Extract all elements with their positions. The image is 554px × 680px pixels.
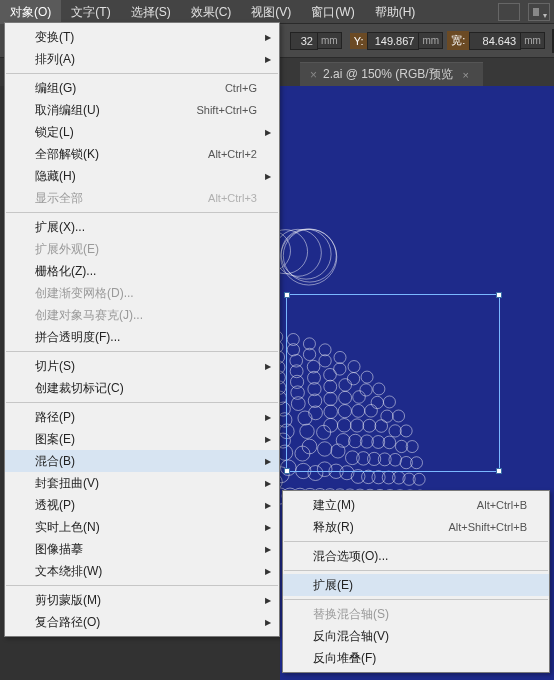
- menu-item[interactable]: 实时上色(N): [5, 516, 279, 538]
- menu-item-label: 扩展外观(E): [35, 241, 257, 258]
- menu-item-label: 复合路径(O): [35, 614, 257, 631]
- document-tab[interactable]: × 2.ai @ 150% (RGB/预览: [300, 62, 483, 86]
- handle-tl[interactable]: [284, 292, 290, 298]
- menu-item-label: 锁定(L): [35, 124, 257, 141]
- menu-effect[interactable]: 效果(C): [181, 0, 242, 24]
- menu-separator: [284, 570, 548, 571]
- menu-item[interactable]: 隐藏(H): [5, 165, 279, 187]
- menu-item[interactable]: 透视(P): [5, 494, 279, 516]
- menu-item-shortcut: Ctrl+G: [225, 82, 257, 94]
- menu-item-label: 实时上色(N): [35, 519, 257, 536]
- menu-item[interactable]: 图像描摹: [5, 538, 279, 560]
- menu-item-label: 变换(T): [35, 29, 257, 46]
- menu-item[interactable]: 图案(E): [5, 428, 279, 450]
- selection-bounds[interactable]: [286, 294, 500, 472]
- width-value[interactable]: 84.643: [469, 32, 521, 50]
- menu-item-label: 扩展(E): [313, 577, 527, 594]
- menu-item[interactable]: 取消编组(U)Shift+Ctrl+G: [5, 99, 279, 121]
- menu-item[interactable]: 释放(R)Alt+Shift+Ctrl+B: [283, 516, 549, 538]
- menu-separator: [6, 585, 278, 586]
- y-label: Y:: [350, 33, 368, 49]
- menu-item-label: 封套扭曲(V): [35, 475, 257, 492]
- menu-item[interactable]: 路径(P): [5, 406, 279, 428]
- menubar: 对象(O) 文字(T) 选择(S) 效果(C) 视图(V) 窗口(W) 帮助(H…: [0, 0, 554, 24]
- leading-value[interactable]: 32: [290, 32, 318, 50]
- svg-point-8: [280, 331, 283, 343]
- menu-item: 显示全部Alt+Ctrl+3: [5, 187, 279, 209]
- menu-item[interactable]: 变换(T): [5, 26, 279, 48]
- menu-item-shortcut: Shift+Ctrl+G: [196, 104, 257, 116]
- menu-item-label: 创建裁切标记(C): [35, 380, 257, 397]
- menu-item-shortcut: Alt+Ctrl+B: [477, 499, 527, 511]
- menu-item-shortcut: Alt+Shift+Ctrl+B: [448, 521, 527, 533]
- menu-item-label: 扩展(X)...: [35, 219, 257, 236]
- menu-item-label: 切片(S): [35, 358, 257, 375]
- arrange-docs-icon[interactable]: [528, 3, 550, 21]
- menu-item[interactable]: 排列(A): [5, 48, 279, 70]
- menu-item-shortcut: Alt+Ctrl+3: [208, 192, 257, 204]
- y-value[interactable]: 149.867: [367, 32, 419, 50]
- menu-item[interactable]: 反向混合轴(V): [283, 625, 549, 647]
- menu-item[interactable]: 创建裁切标记(C): [5, 377, 279, 399]
- menu-item-label: 反向堆叠(F): [313, 650, 527, 667]
- workspace-icon[interactable]: [498, 3, 520, 21]
- menu-item[interactable]: 复合路径(O): [5, 611, 279, 633]
- menu-separator: [6, 402, 278, 403]
- menu-item-label: 反向混合轴(V): [313, 628, 527, 645]
- menu-item-label: 拼合透明度(F)...: [35, 329, 257, 346]
- menu-item[interactable]: 文本绕排(W): [5, 560, 279, 582]
- document-title: 2.ai @ 150% (RGB/预览: [323, 66, 453, 83]
- menu-window[interactable]: 窗口(W): [301, 0, 364, 24]
- menu-item-label: 路径(P): [35, 409, 257, 426]
- menu-item: 创建对象马赛克(J)...: [5, 304, 279, 326]
- menu-item[interactable]: 锁定(L): [5, 121, 279, 143]
- blend-submenu: 建立(M)Alt+Ctrl+B释放(R)Alt+Shift+Ctrl+B混合选项…: [282, 490, 550, 673]
- menu-item[interactable]: 切片(S): [5, 355, 279, 377]
- handle-br[interactable]: [496, 468, 502, 474]
- menu-item-label: 混合选项(O)...: [313, 548, 527, 565]
- menu-item[interactable]: 反向堆叠(F): [283, 647, 549, 669]
- menu-item-label: 建立(M): [313, 497, 453, 514]
- menu-item[interactable]: 栅格化(Z)...: [5, 260, 279, 282]
- close-icon[interactable]: ×: [310, 68, 317, 82]
- menu-separator: [6, 351, 278, 352]
- handle-bl[interactable]: [284, 468, 290, 474]
- menu-item-label: 混合(B): [35, 453, 257, 470]
- menu-item[interactable]: 建立(M)Alt+Ctrl+B: [283, 494, 549, 516]
- menu-item-label: 显示全部: [35, 190, 184, 207]
- menu-item[interactable]: 编组(G)Ctrl+G: [5, 77, 279, 99]
- leading-unit: mm: [318, 32, 342, 49]
- menu-item: 扩展外观(E): [5, 238, 279, 260]
- handle-tr[interactable]: [496, 292, 502, 298]
- menu-item: 替换混合轴(S): [283, 603, 549, 625]
- menu-item[interactable]: 混合选项(O)...: [283, 545, 549, 567]
- menu-item-label: 创建渐变网格(D)...: [35, 285, 257, 302]
- menu-item-label: 取消编组(U): [35, 102, 172, 119]
- menu-item[interactable]: 剪切蒙版(M): [5, 589, 279, 611]
- menu-item-label: 图案(E): [35, 431, 257, 448]
- menu-item-label: 编组(G): [35, 80, 201, 97]
- menu-item-label: 栅格化(Z)...: [35, 263, 257, 280]
- menu-item[interactable]: 混合(B): [5, 450, 279, 472]
- menu-view[interactable]: 视图(V): [241, 0, 301, 24]
- menu-help[interactable]: 帮助(H): [365, 0, 426, 24]
- menu-item-label: 透视(P): [35, 497, 257, 514]
- menu-item: 创建渐变网格(D)...: [5, 282, 279, 304]
- svg-point-2: [281, 229, 331, 279]
- menu-item[interactable]: 封套扭曲(V): [5, 472, 279, 494]
- width-label: 宽:: [447, 31, 469, 50]
- menu-item[interactable]: 全部解锁(K)Alt+Ctrl+2: [5, 143, 279, 165]
- menu-separator: [6, 212, 278, 213]
- menu-separator: [284, 599, 548, 600]
- menu-item[interactable]: 扩展(E): [283, 574, 549, 596]
- menu-item-label: 替换混合轴(S): [313, 606, 527, 623]
- menu-object[interactable]: 对象(O): [0, 0, 61, 24]
- menu-item-label: 释放(R): [313, 519, 424, 536]
- menu-select[interactable]: 选择(S): [121, 0, 181, 24]
- menu-item-label: 隐藏(H): [35, 168, 257, 185]
- menu-type[interactable]: 文字(T): [61, 0, 120, 24]
- menu-item[interactable]: 扩展(X)...: [5, 216, 279, 238]
- y-unit: mm: [419, 32, 443, 49]
- menu-item[interactable]: 拼合透明度(F)...: [5, 326, 279, 348]
- menu-item-label: 创建对象马赛克(J)...: [35, 307, 257, 324]
